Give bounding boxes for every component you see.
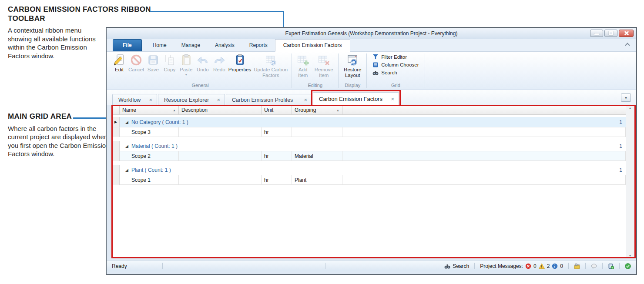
ribbon-tab-file[interactable]: File xyxy=(113,39,142,51)
cell-grouping[interactable]: Material xyxy=(292,151,342,161)
close-tab-icon[interactable]: × xyxy=(149,97,152,103)
edit-button[interactable]: Edit xyxy=(112,53,127,73)
collapse-ribbon-icon[interactable] xyxy=(625,43,630,47)
status-search-button[interactable]: Search xyxy=(444,263,469,269)
comment-icon[interactable] xyxy=(591,263,597,269)
column-header-unit[interactable]: Unit xyxy=(262,106,292,114)
ribbon-tab-manage[interactable]: Manage xyxy=(174,40,208,51)
paste-dropdown-icon[interactable]: ▾ xyxy=(185,73,187,77)
ribbon-tab-analysis[interactable]: Analysis xyxy=(208,40,242,51)
group-row-no-category[interactable]: ▶ ◢ No Category ( Count: 1 ) 1 xyxy=(112,117,626,127)
database-check-icon[interactable] xyxy=(608,263,614,269)
save-button[interactable]: Save xyxy=(146,53,161,73)
grid-row-scope-2[interactable]: Scope 2 hr Material xyxy=(112,151,626,161)
close-button[interactable] xyxy=(619,30,634,37)
add-item-button[interactable]: Add Item xyxy=(295,53,311,78)
ribbon-group-general: Edit Cancel Save Copy xyxy=(109,52,291,90)
undo-icon xyxy=(196,53,209,67)
cell-unit[interactable]: hr xyxy=(262,151,292,161)
filter-editor-button[interactable]: Filter Editor xyxy=(369,54,410,60)
undo-button[interactable]: Undo xyxy=(195,53,210,73)
cell-name[interactable]: Scope 3 xyxy=(120,127,179,137)
ribbon-tab-bar: File Home Manage Analysis Reports Carbon… xyxy=(107,39,636,52)
close-tab-icon[interactable]: × xyxy=(304,97,307,103)
doc-tab-label: Carbon Emission Factors xyxy=(319,96,382,102)
grid-row-scope-1[interactable]: Scope 1 hr Plant xyxy=(112,175,626,185)
cell-name[interactable]: Scope 2 xyxy=(120,151,179,161)
cell-description[interactable] xyxy=(179,151,262,161)
sort-asc-icon: ▲ xyxy=(173,109,176,112)
title-bar[interactable]: Expert Estimation Genesis (Workshop Demo… xyxy=(107,28,636,39)
doc-tab-carbon-emission-profiles[interactable]: Carbon Emission Profiles × xyxy=(226,94,312,105)
column-header-description[interactable]: Description xyxy=(179,106,262,114)
cell-unit[interactable]: hr xyxy=(262,175,292,185)
ribbon-search-button[interactable]: Search xyxy=(369,70,400,76)
paste-button[interactable]: Paste ▾ xyxy=(179,53,194,77)
doc-tab-resource-explorer[interactable]: Resource Explorer × xyxy=(158,94,225,105)
redo-button[interactable]: Redo xyxy=(212,53,227,73)
column-header-name[interactable]: Name ▲ xyxy=(120,106,179,114)
remove-item-button[interactable]: Remove Item xyxy=(312,53,335,78)
error-icon[interactable] xyxy=(525,263,531,269)
window-controls xyxy=(590,30,634,37)
cancel-icon xyxy=(130,53,143,67)
ribbon-tab-reports[interactable]: Reports xyxy=(242,40,275,51)
doc-tab-carbon-emission-factors[interactable]: Carbon Emission Factors × xyxy=(313,92,399,105)
cell-filler xyxy=(342,127,626,137)
tab-list-dropdown-button[interactable]: ▾ xyxy=(621,94,631,102)
group-label-editing: Editing xyxy=(292,83,338,90)
status-separator xyxy=(602,263,603,269)
status-separator xyxy=(474,263,475,269)
close-tab-icon[interactable]: × xyxy=(217,97,220,103)
update-carbon-factors-button[interactable]: Update Carbon Factors xyxy=(253,53,288,78)
error-count: 0 xyxy=(533,263,537,269)
chevron-down-icon: ▾ xyxy=(625,96,627,100)
info-icon[interactable] xyxy=(552,263,558,269)
row-indicator-header xyxy=(112,106,120,114)
edit-label: Edit xyxy=(115,67,124,73)
maximize-icon xyxy=(609,31,613,35)
cell-description[interactable] xyxy=(179,175,262,185)
vertical-scrollbar[interactable]: ▲ ▼ xyxy=(626,105,634,258)
cell-grouping[interactable] xyxy=(292,127,342,137)
minimize-button[interactable] xyxy=(590,30,603,37)
window-title: Expert Estimation Genesis (Workshop Demo… xyxy=(285,30,458,37)
connector-line-ribbon xyxy=(150,11,284,12)
cell-grouping[interactable]: Plant xyxy=(292,175,342,185)
warning-icon[interactable] xyxy=(539,263,545,269)
annotation-ribbon-title: CARBON EMISSION FACTORS RIBBON TOOLBAR xyxy=(8,5,156,23)
cell-unit[interactable]: hr xyxy=(262,127,292,137)
close-tab-icon[interactable]: × xyxy=(391,96,394,102)
doc-tab-workflow[interactable]: Workflow × xyxy=(112,94,157,105)
collapse-group-icon[interactable]: ◢ xyxy=(125,168,128,172)
update-carbon-factors-icon xyxy=(264,53,277,67)
group-separator xyxy=(292,53,292,88)
ribbon-tab-carbon-emission-factors[interactable]: Carbon Emission Factors xyxy=(275,39,350,52)
column-chooser-button[interactable]: Column Chooser xyxy=(369,62,422,68)
restore-layout-button[interactable]: Restore Layout xyxy=(342,53,363,78)
grid-row-scope-3[interactable]: Scope 3 hr xyxy=(112,127,626,137)
status-ok-icon[interactable] xyxy=(625,263,631,269)
scroll-up-icon[interactable]: ▲ xyxy=(629,107,632,110)
collapse-group-icon[interactable]: ◢ xyxy=(125,144,128,148)
group-row-count: 1 xyxy=(619,119,626,125)
cell-name[interactable]: Scope 1 xyxy=(120,175,179,185)
cell-description[interactable] xyxy=(179,127,262,137)
row-indicator-cell xyxy=(112,175,120,185)
group-row-material[interactable]: ◢ Material ( Count: 1 ) 1 xyxy=(112,141,626,151)
cancel-button[interactable]: Cancel xyxy=(128,53,144,73)
group-row-plant[interactable]: ◢ Plant ( Count: 1 ) 1 xyxy=(112,165,626,175)
row-indicator-cell: ▶ xyxy=(112,117,120,127)
search-icon xyxy=(372,70,379,76)
scroll-down-icon[interactable]: ▼ xyxy=(629,254,632,257)
remove-item-icon xyxy=(317,53,330,67)
collapse-group-icon[interactable]: ◢ xyxy=(125,120,128,124)
permissions-key-icon[interactable] xyxy=(574,263,580,269)
status-separator xyxy=(568,263,569,269)
maximize-button[interactable] xyxy=(604,30,617,37)
ribbon-tab-home[interactable]: Home xyxy=(145,40,174,51)
column-header-grouping[interactable]: Grouping ▲ xyxy=(292,106,342,114)
properties-button[interactable]: Properties xyxy=(228,53,251,73)
copy-button[interactable]: Copy xyxy=(162,53,177,73)
update-carbon-factors-label: Update Carbon Factors xyxy=(253,67,288,78)
